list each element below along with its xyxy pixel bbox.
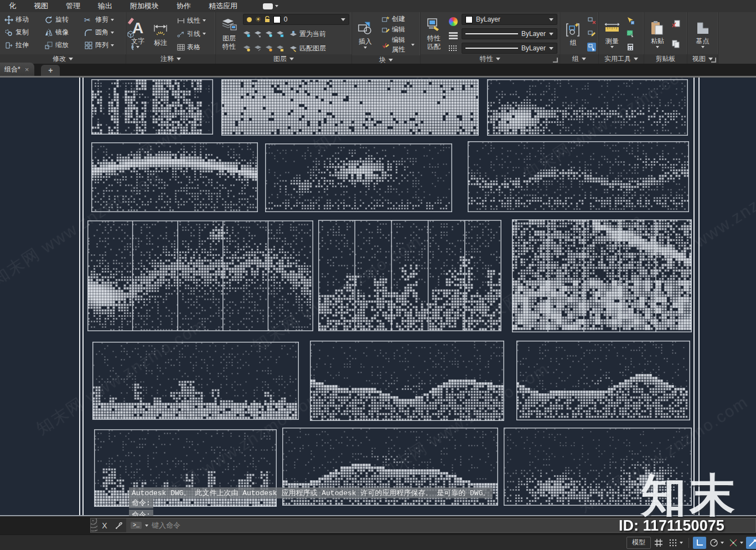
scale-button[interactable]: 缩放	[42, 40, 82, 50]
rotate-button[interactable]: 旋转	[42, 14, 82, 25]
drawing-panel-cumulus[interactable]	[265, 143, 452, 212]
create-block-button[interactable]: 创建	[380, 14, 417, 24]
group-edit-icon[interactable]	[587, 29, 596, 38]
panel-launcher-icon[interactable]	[553, 58, 558, 63]
cut-icon[interactable]	[671, 19, 680, 28]
drawing-panel-clouds3[interactable]	[504, 428, 692, 506]
object-color-dropdown[interactable]: ByLayer	[462, 14, 557, 25]
stretch-button[interactable]: 拉伸	[2, 40, 42, 50]
menu-addins[interactable]: 附加模块	[121, 0, 168, 12]
layer-properties-button[interactable]: 图层 特性	[218, 13, 240, 54]
layer-freeze-icon[interactable]	[265, 30, 273, 38]
command-input[interactable]: >_ 键入命令	[126, 518, 755, 532]
panel-title-clipboard[interactable]: 剪贴板	[644, 54, 687, 64]
drawing-panel-city[interactable]	[318, 220, 501, 331]
match-layer-button[interactable]: 匹配图层	[287, 43, 328, 54]
menu-featured-apps[interactable]: 精选应用	[200, 0, 246, 12]
panel-title-layers[interactable]: 图层	[216, 54, 351, 64]
copy-clip-icon[interactable]	[671, 39, 680, 48]
linetype-icon[interactable]	[449, 45, 458, 51]
dimension-button[interactable]: 标注	[149, 13, 172, 54]
mirror-button[interactable]: 镜像	[42, 27, 82, 38]
text-button[interactable]: A 文字	[128, 13, 147, 54]
leader-button[interactable]: 引线	[175, 29, 212, 39]
move-button[interactable]: 移动	[2, 14, 42, 25]
drawing-panel-arc[interactable]	[91, 142, 258, 212]
menu-parametric[interactable]: 化	[0, 0, 25, 12]
match-properties-button[interactable]: 特性 匹配	[423, 13, 445, 54]
layer-dropdown[interactable]: ☀ 0	[243, 14, 349, 25]
layer-unisolate-icon[interactable]	[254, 45, 262, 52]
customize-command-button[interactable]	[112, 518, 126, 532]
calculator-icon[interactable]	[626, 43, 635, 52]
menu-collaborate[interactable]: 协作	[168, 0, 200, 12]
drawing-canvas[interactable]: 知末网 www.znzmo.com 知末网 www.znzmo.com 知末网 …	[0, 78, 756, 516]
panel-title-view[interactable]: 视图	[687, 54, 718, 64]
polar-tracking-toggle[interactable]	[707, 537, 726, 549]
edit-block-button[interactable]: 编辑	[380, 24, 417, 35]
ribbon-display-toggle[interactable]	[263, 3, 278, 9]
chevron-down-icon[interactable]	[721, 542, 724, 544]
object-snap-tracking-toggle[interactable]	[727, 537, 745, 549]
layer-off-icon[interactable]	[243, 30, 251, 38]
menu-manage[interactable]: 管理	[57, 0, 89, 12]
base-point-icon	[695, 20, 711, 37]
color-wheel-icon[interactable]	[449, 17, 458, 26]
make-current-button[interactable]: 置为当前	[287, 29, 328, 39]
model-space-button[interactable]: 模型	[626, 537, 651, 549]
chevron-down-icon[interactable]	[145, 525, 148, 527]
drawing-panel-maze[interactable]	[512, 219, 692, 332]
text-label: 文字	[131, 38, 144, 45]
quick-select-icon[interactable]	[626, 29, 635, 38]
drawing-panel-cloudband[interactable]	[310, 341, 504, 421]
measure-button[interactable]: 测量	[601, 13, 623, 54]
array-button[interactable]: 阵列	[82, 40, 125, 50]
group-button[interactable]: 组	[562, 13, 584, 54]
drawing-panel-uniform[interactable]	[221, 79, 479, 136]
layer-isolate-icon[interactable]	[254, 30, 262, 38]
drawing-panel-hill[interactable]	[487, 79, 688, 136]
menu-output[interactable]: 输出	[89, 0, 121, 12]
paste-button[interactable]: 粘贴	[646, 13, 669, 54]
linetype-dropdown[interactable]: ByLayer	[462, 43, 557, 54]
chevron-down-icon[interactable]	[680, 542, 683, 544]
id-point-icon[interactable]	[626, 16, 635, 25]
grid-display-toggle[interactable]	[652, 537, 665, 549]
drawing-panel-skyline[interactable]	[92, 342, 299, 420]
group-select-toggle-icon[interactable]	[587, 43, 596, 52]
drawing-panel-cloudscape[interactable]	[87, 220, 313, 331]
drawing-panel-forest[interactable]	[91, 79, 213, 135]
layer-unlock2-icon[interactable]	[276, 45, 284, 52]
trim-button[interactable]: ✂ 修剪	[82, 14, 125, 25]
lineweight-icon[interactable]	[449, 32, 458, 39]
edit-attributes-button[interactable]: 编辑属性	[380, 35, 417, 55]
file-tab-active[interactable]: 组合* ×	[0, 63, 34, 76]
drag-grip-icon[interactable]	[91, 518, 97, 532]
table-button[interactable]: 表格	[175, 42, 212, 53]
layer-on2-icon[interactable]	[243, 45, 251, 52]
panel-launcher-icon[interactable]	[711, 58, 716, 63]
ungroup-icon[interactable]	[587, 16, 596, 25]
panel-title-properties[interactable]: 特性	[421, 54, 560, 64]
new-tab-button[interactable]: +	[41, 65, 60, 76]
chevron-down-icon[interactable]	[740, 542, 743, 544]
snap-mode-toggle[interactable]	[666, 537, 685, 549]
drawing-panel-cloudband[interactable]	[516, 341, 690, 420]
insert-block-button[interactable]: 插入	[354, 13, 376, 55]
lineweight-dropdown[interactable]: ByLayer	[462, 28, 557, 39]
copy-button[interactable]: 复制	[2, 27, 42, 38]
close-icon[interactable]: ×	[25, 65, 29, 74]
layer-lock-icon[interactable]	[276, 30, 284, 38]
panel-title-annotate[interactable]: 注释	[126, 54, 215, 64]
panel-title-utilities[interactable]: 实用工具	[599, 54, 644, 64]
fillet-button[interactable]: 圆角	[82, 27, 125, 38]
menu-view[interactable]: 视图	[25, 0, 57, 12]
base-point-button[interactable]: 基点	[692, 13, 714, 54]
panel-title-group[interactable]: 组	[560, 54, 598, 64]
drawing-panel-waves[interactable]	[468, 141, 689, 212]
ortho-mode-toggle[interactable]	[693, 537, 706, 549]
layer-thaw2-icon[interactable]	[265, 45, 273, 52]
linear-dim-button[interactable]: 线性	[175, 16, 212, 26]
object-snap-toggle[interactable]	[746, 537, 756, 549]
close-command-button[interactable]: X	[97, 518, 112, 532]
